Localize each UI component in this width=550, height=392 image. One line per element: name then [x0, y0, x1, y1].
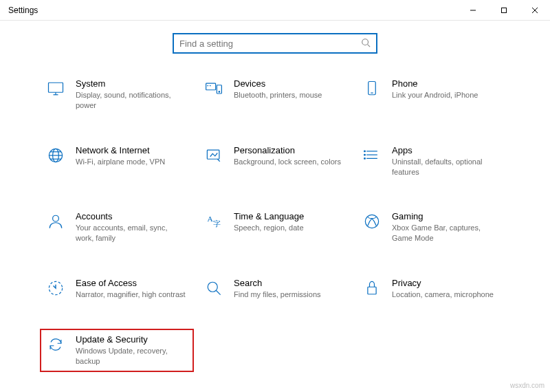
svg-rect-6 [49, 83, 63, 92]
tile-desc: Background, lock screen, colors [234, 157, 341, 167]
tile-desc: Link your Android, iPhone [392, 90, 478, 100]
tile-title: System [76, 78, 186, 89]
tile-apps[interactable]: Apps Uninstall, defaults, optional featu… [358, 141, 509, 182]
paintbrush-icon [204, 145, 224, 166]
xbox-icon [362, 211, 382, 232]
tile-desc: Windows Update, recovery, backup [76, 346, 186, 367]
svg-rect-9 [206, 83, 216, 90]
svg-point-4 [362, 39, 368, 45]
tile-network[interactable]: Network & Internet Wi-Fi, airplane mode,… [41, 141, 192, 182]
svg-point-27 [364, 157, 366, 159]
search-box[interactable] [173, 33, 377, 54]
tile-gaming[interactable]: Gaming Xbox Game Bar, captures, Game Mod… [358, 207, 509, 248]
svg-point-28 [53, 216, 59, 222]
close-button[interactable] [519, 0, 550, 20]
svg-point-31 [365, 215, 378, 228]
magnifier-icon [204, 278, 224, 298]
tile-desc: Uninstall, defaults, optional features [392, 157, 502, 177]
tile-desc: Speech, region, date [234, 223, 304, 233]
svg-line-5 [368, 44, 371, 47]
svg-text:A: A [207, 215, 213, 223]
tile-devices[interactable]: Devices Bluetooth, printers, mouse [199, 74, 351, 115]
svg-rect-1 [501, 8, 506, 12]
ease-of-access-icon [45, 278, 66, 298]
tile-title: Phone [392, 78, 478, 89]
apps-icon [362, 145, 382, 166]
tile-desc: Narrator, magnifier, high contrast [76, 290, 186, 300]
globe-icon [45, 145, 66, 166]
tile-desc: Wi-Fi, airplane mode, VPN [76, 157, 165, 167]
svg-point-25 [364, 151, 366, 152]
tile-phone[interactable]: Phone Link your Android, iPhone [358, 74, 509, 115]
lock-icon [362, 278, 382, 298]
language-icon: A字 [204, 211, 224, 232]
devices-icon [204, 78, 224, 99]
svg-point-26 [364, 154, 366, 155]
maximize-button[interactable] [488, 0, 519, 20]
tile-title: Network & Internet [76, 145, 165, 155]
tile-ease-of-access[interactable]: Ease of Access Narrator, magnifier, high… [41, 274, 192, 304]
watermark: wsxdn.com [510, 382, 544, 389]
tile-title: Update & Security [76, 334, 186, 345]
tile-title: Privacy [392, 278, 494, 288]
tile-title: Time & Language [234, 211, 304, 221]
tile-desc: Your accounts, email, sync, work, family [76, 223, 186, 243]
tile-desc: Xbox Game Bar, captures, Game Mode [392, 223, 502, 243]
tile-title: Accounts [76, 211, 186, 221]
tile-desc: Bluetooth, printers, mouse [234, 90, 322, 100]
search-area [0, 21, 550, 59]
tile-desc: Location, camera, microphone [392, 290, 494, 300]
tile-desc: Find my files, permissions [234, 290, 321, 300]
tile-accounts[interactable]: Accounts Your accounts, email, sync, wor… [41, 207, 192, 248]
minimize-button[interactable] [457, 0, 488, 20]
search-input[interactable] [179, 39, 361, 49]
settings-grid: System Display, sound, notifications, po… [0, 59, 550, 371]
tile-title: Apps [392, 145, 502, 155]
titlebar: Settings [0, 0, 550, 21]
person-icon [45, 211, 66, 232]
tile-title: Devices [234, 78, 322, 89]
tile-search[interactable]: Search Find my files, permissions [199, 274, 351, 304]
search-icon [361, 38, 371, 50]
tile-personalization[interactable]: Personalization Background, lock screen,… [199, 141, 351, 182]
tile-title: Personalization [234, 145, 341, 155]
window-title: Settings [8, 6, 38, 15]
tile-title: Search [234, 278, 321, 288]
svg-point-11 [219, 91, 219, 92]
window-controls [457, 0, 550, 20]
tile-update-security[interactable]: Update & Security Windows Update, recove… [41, 330, 192, 371]
tile-time-language[interactable]: A字 Time & Language Speech, region, date [199, 207, 351, 248]
svg-line-34 [217, 291, 221, 295]
svg-rect-35 [368, 287, 376, 294]
monitor-icon [45, 78, 66, 99]
tile-title: Gaming [392, 211, 502, 221]
tile-title: Ease of Access [76, 278, 186, 288]
phone-icon [362, 78, 382, 99]
tile-system[interactable]: System Display, sound, notifications, po… [41, 74, 192, 115]
svg-point-33 [208, 282, 217, 292]
tile-privacy[interactable]: Privacy Location, camera, microphone [358, 274, 509, 304]
svg-text:字: 字 [213, 219, 221, 228]
tile-desc: Display, sound, notifications, power [76, 90, 186, 111]
sync-icon [45, 334, 66, 355]
